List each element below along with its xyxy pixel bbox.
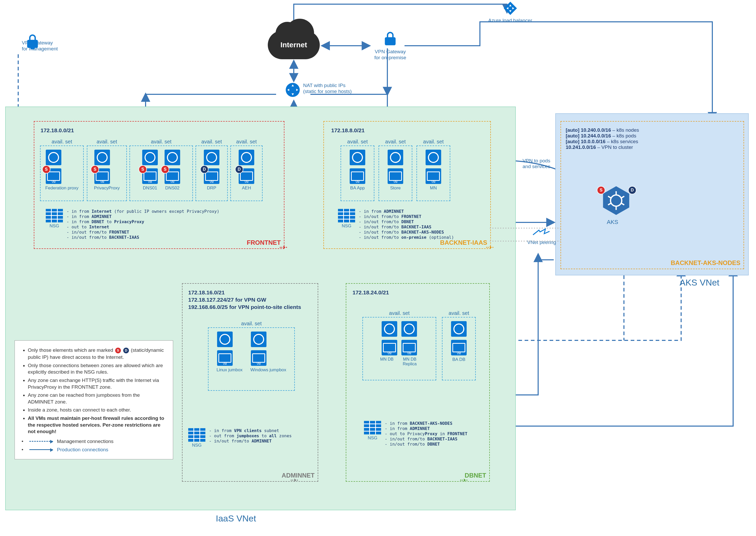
dbnet-cidr: 172.18.24.0/21 xyxy=(352,289,389,296)
disk-icon xyxy=(251,331,267,347)
disk-icon xyxy=(451,321,467,337)
vm-privacyproxy: S xyxy=(94,150,111,184)
svg-point-7 xyxy=(488,247,489,248)
availset-label: avail. set xyxy=(443,310,475,316)
aks-cidr-list: [auto] 10.240.0.0/16 – k8s nodes[auto] 1… xyxy=(566,127,639,150)
vm-label: BA App xyxy=(349,185,366,191)
backnet-iaas-title: BACKNET-IAAS xyxy=(440,239,487,246)
availability-set: avail. set DDRP xyxy=(196,146,228,201)
adminnet-cidr2: 172.18.127.224/27 for VPN GW xyxy=(188,297,266,303)
availability-set: avail. set Store xyxy=(378,146,412,201)
internet-cloud: Internet xyxy=(268,31,320,59)
svg-point-10 xyxy=(292,480,293,481)
static-ip-badge: S xyxy=(42,165,51,174)
vm-label: Store xyxy=(387,185,404,191)
vm-icon xyxy=(382,340,397,355)
availability-set: avail. set BA App xyxy=(341,146,374,201)
vm-label: DNS01 xyxy=(142,185,158,191)
availability-set: avail. set SPrivacyProxy xyxy=(87,146,127,201)
vm-label: MN xyxy=(425,185,442,191)
availset-label: avail. set xyxy=(417,139,450,145)
frontnet-nsg: NSG - in from Internet (for public IP ow… xyxy=(46,209,219,240)
disk-icon xyxy=(142,150,158,165)
disk-icon xyxy=(239,150,254,165)
vm-ba-db xyxy=(450,321,467,355)
vm-label: PrivacyProxy xyxy=(94,185,120,191)
nat-node: NAT with public IPs (static for some hos… xyxy=(285,82,352,98)
vpn-onprem-label: VPN Gateway for on-premise xyxy=(374,49,406,61)
vm-label: Windows jumpbox xyxy=(250,367,286,373)
dbnet-rules: - in from BACKNET-AKS-NODES- in from ADM… xyxy=(385,421,467,447)
availset-label: avail. set xyxy=(231,139,262,145)
vm-linux-jumbox xyxy=(217,331,233,366)
disk-icon xyxy=(426,150,441,165)
vm-label: DRP xyxy=(203,185,220,191)
availset-label: avail. set xyxy=(379,139,412,145)
availset-label: avail. set xyxy=(196,139,227,145)
frontnet-rules: - in from Internet (for public IP owners… xyxy=(67,209,219,240)
availability-set: avail. set MN xyxy=(416,146,450,201)
dbnet-nsg: NSG - in from BACKNET-AKS-NODES- in from… xyxy=(364,421,467,447)
backnet-iaas-nsg: NSG - in from ADMINNET- in/out from/to F… xyxy=(338,209,454,240)
availability-set: avail. set SDNS01 SDNS02 xyxy=(129,146,193,201)
disk-icon xyxy=(46,150,61,165)
backnet-iaas-cidr: 172.18.8.0/21 xyxy=(331,127,365,134)
vm-icon xyxy=(451,340,467,355)
disk-icon xyxy=(204,150,219,165)
adminnet-nsg: NSG - in from VPN clients subnet- out fr… xyxy=(188,428,292,444)
adminnet-rules: - in from VPN clients subnet- out from j… xyxy=(209,428,292,444)
vm-label: Linux jumbox xyxy=(217,367,242,373)
vm-icon xyxy=(388,168,403,184)
peer-icon xyxy=(459,477,468,483)
dynamic-ip-badge: D xyxy=(628,186,636,194)
svg-point-13 xyxy=(462,480,463,481)
vm-label: MN DB Replica xyxy=(400,357,419,366)
legend-mgmt: Management connections xyxy=(57,438,114,445)
vm-label: Federation proxy xyxy=(45,185,79,191)
peer-icon xyxy=(279,244,288,251)
availability-set: avail. set SFederation proxy xyxy=(40,146,84,201)
firewall-icon xyxy=(46,209,63,222)
vnet-peering-label: VNet peering xyxy=(527,240,556,245)
disk-icon xyxy=(382,321,397,337)
vm-drp: D xyxy=(203,150,220,184)
vm-mn xyxy=(425,150,442,184)
azure-load-balancer: Azure load balancer xyxy=(488,1,532,24)
lock-icon xyxy=(382,31,398,47)
vm-label: AEH xyxy=(238,185,255,191)
disk-icon xyxy=(350,150,365,165)
availset-label: avail. set xyxy=(208,320,294,327)
vm-icon xyxy=(217,350,233,366)
dynamic-ip-badge: D xyxy=(200,165,208,174)
firewall-icon xyxy=(188,428,205,442)
availability-set: avail. set BA DB xyxy=(442,317,476,380)
legend-list: Only those elements which are marked S D… xyxy=(21,347,166,435)
availability-set: avail. set Linux jumbox Windows jumpbox xyxy=(208,327,295,391)
vpn-gateway-onprem: VPN Gateway for on-premise xyxy=(374,31,406,61)
vm-label: MN DB xyxy=(379,357,395,366)
firewall-icon xyxy=(338,209,355,222)
availability-set: avail. set DAEH xyxy=(230,146,263,201)
static-ip-badge: S xyxy=(597,186,605,194)
legend-prod: Production connections xyxy=(57,446,108,453)
disk-icon xyxy=(164,150,180,165)
svg-point-14 xyxy=(466,480,467,481)
lb-label: Azure load balancer xyxy=(488,18,532,24)
vpn-pods-label: VPN to pods and services xyxy=(522,158,550,169)
svg-point-8 xyxy=(492,247,493,248)
static-ip-badge: S xyxy=(139,165,147,174)
firewall-icon xyxy=(364,421,381,434)
internet-label: Internet xyxy=(280,41,307,49)
frontnet-title: FRONTNET xyxy=(247,239,281,246)
availset-label: avail. set xyxy=(363,310,436,316)
vm-ba-app xyxy=(349,150,366,184)
svg-point-9 xyxy=(291,480,292,481)
static-ip-badge: S xyxy=(161,165,169,174)
vm-icon xyxy=(350,168,365,184)
vm-federation-proxy: S xyxy=(45,150,62,184)
vpn-gateway-mgmt: VPN Gateway for management xyxy=(7,34,58,52)
frontnet-cidr: 172.18.0.0/21 xyxy=(41,127,74,134)
dashed-arrow-icon xyxy=(29,441,53,442)
svg-marker-15 xyxy=(603,186,630,215)
iaas-vnet-title: IaaS VNet xyxy=(216,514,256,523)
